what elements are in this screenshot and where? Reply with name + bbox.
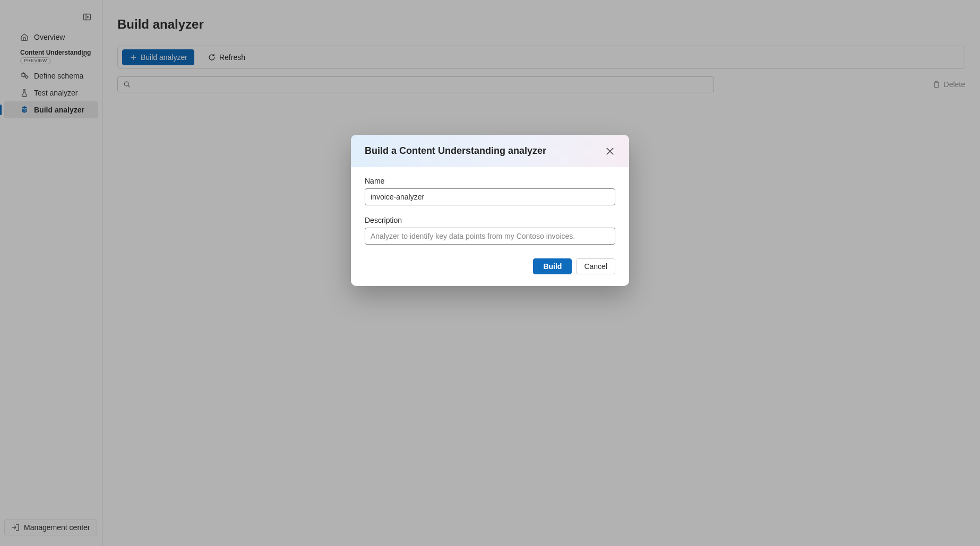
description-label: Description <box>365 216 615 224</box>
dialog-header: Build a Content Understanding analyzer <box>351 135 629 167</box>
dialog-build-button[interactable]: Build <box>533 258 572 274</box>
build-analyzer-dialog: Build a Content Understanding analyzer N… <box>351 135 629 286</box>
dialog-close-button[interactable] <box>605 146 615 157</box>
dialog-body: Name Description <box>351 167 629 258</box>
dialog-footer: Build Cancel <box>351 258 629 286</box>
name-label: Name <box>365 177 615 185</box>
name-input[interactable] <box>365 188 615 205</box>
dialog-title: Build a Content Understanding analyzer <box>365 145 546 157</box>
modal-overlay: Build a Content Understanding analyzer N… <box>0 0 980 546</box>
app-shell: Overview Content Understanding PREVIEW <box>0 0 980 546</box>
dialog-cancel-button[interactable]: Cancel <box>576 258 615 274</box>
close-icon <box>605 146 615 157</box>
description-input[interactable] <box>365 228 615 245</box>
